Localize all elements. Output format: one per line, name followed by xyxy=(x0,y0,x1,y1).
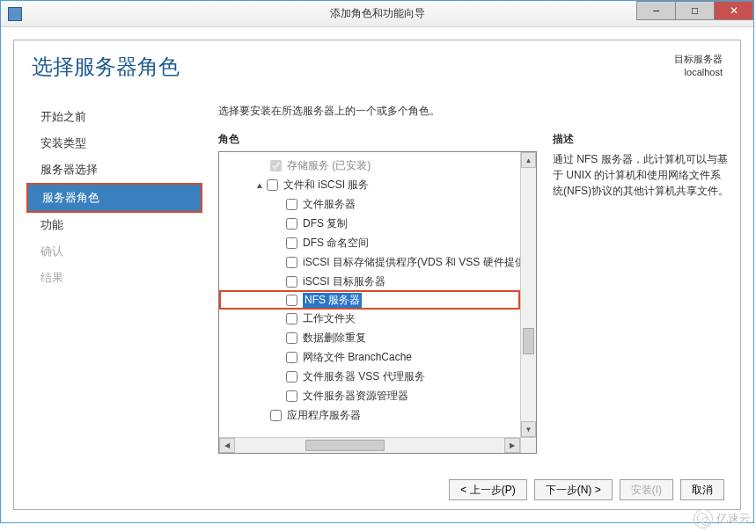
role-checkbox[interactable] xyxy=(286,199,297,210)
role-label: 存储服务 (已安装) xyxy=(287,158,371,173)
tree-row-8[interactable]: 工作文件夹 xyxy=(219,309,520,328)
description-label: 描述 xyxy=(553,132,574,147)
role-checkbox[interactable] xyxy=(286,371,297,383)
horizontal-scroll-track[interactable] xyxy=(235,438,504,453)
role-checkbox[interactable] xyxy=(286,257,297,268)
role-checkbox xyxy=(270,160,282,171)
role-label: iSCSI 目标存储提供程序(VDS 和 VSS 硬件提供程序) xyxy=(303,255,520,270)
nav-item-2[interactable]: 服务器选择 xyxy=(26,157,202,183)
app-icon xyxy=(8,7,22,21)
horizontal-scroll-thumb[interactable] xyxy=(305,440,385,451)
wizard-window: 添加角色和功能向导 – □ ✕ 选择服务器角色 目标服务器 localhost … xyxy=(0,0,754,523)
tree-row-12[interactable]: 文件服务器资源管理器 xyxy=(219,386,520,405)
role-label: DFS 复制 xyxy=(303,216,348,231)
nav-item-6: 结果 xyxy=(26,265,202,291)
roles-label: 角色 xyxy=(218,132,239,147)
tree-row-11[interactable]: 文件服务器 VSS 代理服务 xyxy=(219,367,520,386)
page-heading: 选择服务器角色 xyxy=(32,53,180,81)
target-label: 目标服务器 xyxy=(674,53,723,66)
tree-row-9[interactable]: 数据删除重复 xyxy=(219,328,520,347)
role-label: 应用程序服务器 xyxy=(287,408,361,423)
close-button[interactable]: ✕ xyxy=(714,1,753,20)
tree-viewport[interactable]: 存储服务 (已安装)▲文件和 iSCSI 服务文件服务器DFS 复制DFS 命名… xyxy=(219,152,520,437)
role-label: NFS 服务器 xyxy=(303,293,362,308)
tree-row-5[interactable]: iSCSI 目标存储提供程序(VDS 和 VSS 硬件提供程序) xyxy=(219,252,520,272)
minimize-button[interactable]: – xyxy=(636,1,676,20)
scroll-left-button[interactable]: ◀ xyxy=(219,438,235,453)
role-checkbox[interactable] xyxy=(286,218,297,230)
target-server-info: 目标服务器 localhost xyxy=(674,53,723,80)
scroll-corner xyxy=(520,437,536,453)
role-checkbox[interactable] xyxy=(286,276,297,288)
role-label: 文件服务器 VSS 代理服务 xyxy=(303,369,425,384)
roles-tree: 存储服务 (已安装)▲文件和 iSCSI 服务文件服务器DFS 复制DFS 命名… xyxy=(218,151,537,454)
maximize-button[interactable]: □ xyxy=(675,1,715,20)
window-controls: – □ ✕ xyxy=(637,1,753,20)
role-label: 文件和 iSCSI 服务 xyxy=(283,178,369,193)
nav-item-3[interactable]: 服务器角色 xyxy=(28,185,201,211)
install-button[interactable]: 安装(I) xyxy=(620,479,673,500)
role-checkbox[interactable] xyxy=(267,179,278,191)
wizard-buttons: < 上一步(P) 下一步(N) > 安装(I) 取消 xyxy=(449,479,724,500)
role-checkbox[interactable] xyxy=(270,410,282,421)
cancel-button[interactable]: 取消 xyxy=(680,479,724,500)
window-title: 添加角色和功能向导 xyxy=(330,6,425,21)
role-checkbox[interactable] xyxy=(286,237,297,249)
role-checkbox[interactable] xyxy=(286,295,297,306)
instruction-text: 选择要安装在所选服务器上的一个或多个角色。 xyxy=(218,104,440,119)
nav-item-0[interactable]: 开始之前 xyxy=(26,104,202,130)
role-label: 网络文件 BranchCache xyxy=(303,350,412,365)
nav-item-1[interactable]: 安装类型 xyxy=(26,130,202,157)
target-value: localhost xyxy=(674,66,723,79)
role-label: iSCSI 目标服务器 xyxy=(303,274,385,289)
scroll-up-button[interactable]: ▲ xyxy=(521,152,536,168)
tree-row-10[interactable]: 网络文件 BranchCache xyxy=(219,347,520,367)
tree-row-2[interactable]: 文件服务器 xyxy=(219,194,520,214)
vertical-scroll-thumb[interactable] xyxy=(523,328,534,354)
role-label: 文件服务器 xyxy=(303,197,356,212)
nav-item-5: 确认 xyxy=(26,238,202,265)
expander-icon[interactable]: ▲ xyxy=(254,180,265,190)
role-checkbox[interactable] xyxy=(286,332,297,344)
role-checkbox[interactable] xyxy=(286,352,297,363)
role-label: 文件服务器资源管理器 xyxy=(303,389,408,404)
role-label: 工作文件夹 xyxy=(303,311,356,326)
vertical-scrollbar[interactable]: ▲ ▼ xyxy=(520,152,536,437)
previous-button[interactable]: < 上一步(P) xyxy=(449,479,526,500)
scroll-down-button[interactable]: ▼ xyxy=(521,421,536,437)
tree-row-6[interactable]: iSCSI 目标服务器 xyxy=(219,272,520,291)
tree-row-0[interactable]: 存储服务 (已安装) xyxy=(219,156,520,175)
scroll-right-button[interactable]: ▶ xyxy=(504,438,520,453)
wizard-nav: 开始之前安装类型服务器选择服务器角色功能确认结果 xyxy=(26,104,202,291)
role-label: 数据删除重复 xyxy=(303,331,366,346)
role-label: DFS 命名空间 xyxy=(303,236,369,251)
content-panel: 选择服务器角色 目标服务器 localhost 开始之前安装类型服务器选择服务器… xyxy=(13,40,741,510)
next-button[interactable]: 下一步(N) > xyxy=(534,479,613,500)
tree-row-3[interactable]: DFS 复制 xyxy=(219,214,520,233)
tree-row-1[interactable]: ▲文件和 iSCSI 服务 xyxy=(219,175,520,194)
nav-item-4[interactable]: 功能 xyxy=(26,212,202,238)
description-text: 通过 NFS 服务器，此计算机可以与基于 UNIX 的计算机和使用网络文件系统(… xyxy=(553,151,729,199)
tree-row-13[interactable]: 应用程序服务器 xyxy=(219,405,520,425)
tree-row-7[interactable]: NFS 服务器 xyxy=(219,290,520,310)
horizontal-scrollbar[interactable]: ◀ ▶ xyxy=(219,437,520,453)
titlebar[interactable]: 添加角色和功能向导 – □ ✕ xyxy=(1,1,753,27)
nav-highlight: 服务器角色 xyxy=(26,183,202,213)
tree-content: 存储服务 (已安装)▲文件和 iSCSI 服务文件服务器DFS 复制DFS 命名… xyxy=(219,152,520,428)
role-checkbox[interactable] xyxy=(286,390,297,402)
role-checkbox[interactable] xyxy=(286,313,297,324)
tree-row-4[interactable]: DFS 命名空间 xyxy=(219,233,520,252)
